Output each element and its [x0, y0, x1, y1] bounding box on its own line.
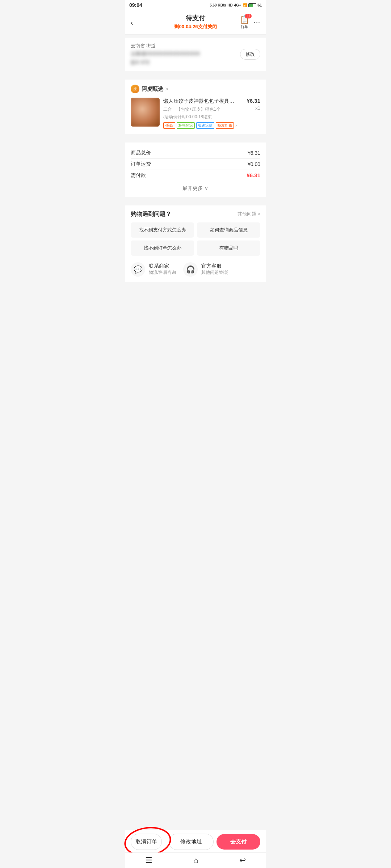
pay-label: 需付款 [131, 172, 146, 179]
product-row: 懒人压饺子皮神器包包子模具… 二合一【包饺+压皮】橙色1个 /活动倒计时00:0… [131, 98, 260, 129]
help-item-3[interactable]: 有赠品吗 [197, 241, 260, 256]
shop-arrow-icon: > [165, 86, 168, 92]
order-label: 订单 [240, 25, 249, 30]
address-card: 云南省 街道 云南省XXXXXXXXXXXXXXXX 彭X X72 修改 [125, 38, 266, 71]
address-person: 彭X X72 [131, 59, 260, 66]
product-image [131, 98, 160, 127]
help-grid: 找不到支付方式怎么办 如何查询商品信息 找不到订单怎么办 有赠品吗 [131, 222, 260, 256]
product-price: ¥6.31 [247, 98, 260, 104]
contact-row: 💬 联系商家 物流/售后咨询 🎧 官方客服 其他问题/纠纷 [131, 261, 260, 277]
time: 09:04 [129, 2, 142, 8]
product-spec: 二合一【包饺+压皮】橙色1个 [163, 106, 243, 112]
network-type: HD [227, 3, 232, 7]
total-price-row: 商品总价 ¥6.31 [131, 148, 260, 158]
shop-avatar: 虎 [131, 85, 139, 93]
price-card: 商品总价 ¥6.31 订单运费 ¥0.00 需付款 ¥6.31 展开更多 ∨ [125, 142, 266, 197]
pay-value: ¥6.31 [247, 172, 260, 178]
contact-service-info: 官方客服 其他问题/纠纷 [201, 263, 228, 276]
contact-merchant-name: 联系商家 [149, 263, 176, 269]
shipping-label: 订单运费 [131, 161, 151, 167]
order-icon-wrap[interactable]: 📋 11 订单 [240, 15, 249, 30]
header-actions: 📋 11 订单 ··· [240, 15, 260, 30]
help-item-1[interactable]: 如何查询商品信息 [197, 222, 260, 238]
help-header: 购物遇到问题？ 其他问题 > [131, 210, 260, 218]
more-button[interactable]: ··· [254, 18, 260, 26]
contact-merchant-info: 联系商家 物流/售后咨询 [149, 263, 176, 276]
help-title: 购物遇到问题？ [131, 210, 171, 218]
address-region: 云南省 街道 [131, 43, 260, 49]
shop-name-row[interactable]: 虎 阿虎甄选 > [131, 85, 260, 93]
product-qty: x1 [255, 105, 260, 111]
help-card: 购物遇到问题？ 其他问题 > 找不到支付方式怎么办 如何查询商品信息 找不到订单… [125, 205, 266, 282]
network-speed: 5.60 KB/s [210, 3, 226, 7]
contact-merchant[interactable]: 💬 联系商家 物流/售后咨询 [131, 262, 176, 277]
divider-1 [125, 74, 266, 77]
shipping-price-row: 订单运费 ¥0.00 [131, 159, 260, 170]
product-price-col: ¥6.31 x1 [247, 98, 260, 111]
subtitle-suffix: 支付关闭 [198, 24, 217, 29]
bottom-spacer [125, 285, 266, 328]
countdown-timer: 00:04:26 [179, 24, 198, 29]
contact-service-name: 官方客服 [201, 263, 228, 269]
shop-name: 阿虎甄选 [142, 86, 163, 93]
product-timer: /活动倒计时00:00:18结束 [163, 114, 243, 120]
subtitle-prefix: 剩 [174, 24, 179, 29]
back-button[interactable]: ‹ [131, 18, 133, 26]
battery-level: 61 [258, 3, 262, 7]
tag-late: 晚发即赔 [216, 122, 234, 129]
status-icons: 5.60 KB/s HD 4G+ 📶 61 [210, 3, 262, 7]
help-item-2[interactable]: 找不到订单怎么办 [131, 241, 194, 256]
product-name: 懒人压饺子皮神器包包子模具… [163, 98, 243, 105]
total-label: 商品总价 [131, 150, 151, 156]
contact-service[interactable]: 🎧 官方客服 其他问题/纠纷 [183, 262, 228, 277]
pay-price-row: 需付款 ¥6.31 [131, 170, 260, 181]
order-badge: 11 [245, 14, 252, 18]
status-bar: 09:04 5.60 KB/s HD 4G+ 📶 61 [125, 0, 266, 10]
expand-button[interactable]: 展开更多 ∨ [131, 181, 260, 192]
tags-more-icon[interactable]: › [235, 123, 237, 128]
contact-service-icon: 🎧 [183, 262, 198, 277]
contact-merchant-icon: 💬 [131, 262, 145, 277]
help-item-0[interactable]: 找不到支付方式怎么办 [131, 222, 194, 238]
signal-type: 4G+ [234, 3, 241, 7]
shop-card: 虎 阿虎甄选 > 懒人压饺子皮神器包包子模具… 二合一【包饺+压皮】橙色1个 /… [125, 80, 266, 134]
contact-merchant-sub: 物流/售后咨询 [149, 269, 176, 276]
divider-3 [125, 200, 266, 203]
tag-compensation: -赔四 [163, 122, 175, 129]
wifi-icon: 📶 [243, 3, 247, 7]
page-header: ‹ 待支付 剩00:04:26支付关闭 📋 11 订单 ··· [125, 10, 266, 35]
edit-address-button[interactable]: 修改 [240, 49, 260, 60]
battery-icon [248, 3, 256, 7]
divider-2 [125, 137, 266, 140]
total-value: ¥6.31 [248, 150, 260, 156]
help-more-button[interactable]: 其他问题 > [237, 211, 260, 217]
shipping-value: ¥0.00 [248, 161, 260, 167]
tag-damage: 坏损包退 [177, 122, 195, 129]
product-info: 懒人压饺子皮神器包包子模具… 二合一【包饺+压皮】橙色1个 /活动倒计时00:0… [163, 98, 243, 129]
tag-refund: 极速退款 [196, 122, 214, 129]
product-tags: -赔四 坏损包退 极速退款 晚发即赔 › [163, 122, 243, 129]
contact-service-sub: 其他问题/纠纷 [201, 269, 228, 276]
